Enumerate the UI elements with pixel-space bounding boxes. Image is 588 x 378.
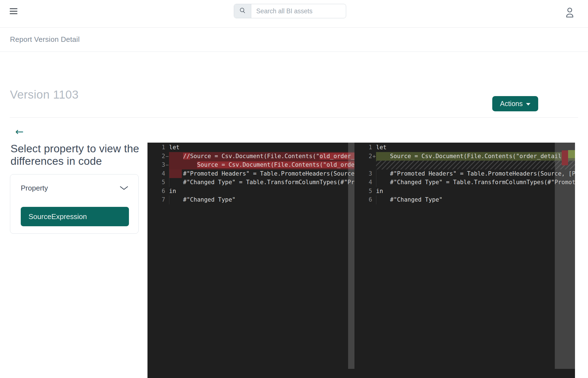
diff-sign [165, 187, 169, 196]
code-text: #"Promoted Headers" = Table.PromoteHeade… [169, 169, 354, 178]
line-number: 2 [147, 152, 165, 161]
code-text: #"Promoted Headers" = Table.PromoteHeade… [376, 169, 575, 178]
property-dropdown-label: Property [21, 184, 48, 192]
search-icon [239, 7, 246, 15]
search-input[interactable] [251, 4, 346, 18]
overview-ruler-removed-marker [562, 150, 568, 165]
code-line: 2+ Source = Csv.Document(File.Contents("… [354, 152, 575, 161]
divider [10, 117, 578, 118]
code-lines: 1let2+ Source = Csv.Document(File.Conten… [354, 143, 575, 204]
overview-ruler-added-marker [568, 150, 575, 158]
diff-sign: − [165, 152, 169, 161]
diff-sign [372, 196, 376, 204]
property-dropdown[interactable]: Property [10, 179, 138, 196]
chevron-down-icon [526, 103, 530, 106]
line-number: 4 [147, 169, 165, 178]
code-line: 3 #"Promoted Headers" = Table.PromoteHea… [354, 169, 575, 178]
line-number: 5 [147, 178, 165, 187]
property-sourceexpression-button[interactable]: SourceExpression [21, 207, 129, 226]
line-number: 3 [354, 169, 372, 178]
diff-original-editor[interactable]: 1let2− //Source = Csv.Document(File.Cont… [147, 143, 354, 378]
code-lines: 1let2− //Source = Csv.Document(File.Cont… [147, 143, 354, 204]
line-number: 2 [354, 152, 372, 161]
code-line: 4 #"Promoted Headers" = Table.PromoteHea… [147, 169, 354, 178]
line-number: 5 [354, 187, 372, 196]
diff-modified-editor[interactable]: 1let2+ Source = Csv.Document(File.Conten… [354, 143, 575, 378]
diff-sign [165, 178, 169, 187]
line-number: 7 [147, 196, 165, 204]
line-number: 1 [147, 143, 165, 152]
chevron-down-icon [120, 186, 128, 191]
property-selector-card: Property SourceExpression [10, 174, 139, 234]
code-text: #"Changed Type" [376, 196, 575, 204]
search-icon-button[interactable] [234, 4, 251, 18]
diff-sign [165, 143, 169, 152]
actions-button-label: Actions [500, 100, 523, 108]
code-line: 6in [147, 187, 354, 196]
breadcrumb-bar: Report Version Detail [0, 28, 588, 52]
global-search [234, 4, 346, 18]
code-text: in [376, 187, 575, 196]
diff-sign [372, 178, 376, 187]
code-line: 3− Source = Csv.Document(File.Contents("… [147, 161, 354, 169]
diff-sign: + [372, 152, 376, 161]
hamburger-menu-icon[interactable] [10, 8, 17, 15]
code-line: 1let [354, 143, 575, 152]
breadcrumb: Report Version Detail [10, 35, 80, 44]
line-number: 6 [147, 187, 165, 196]
property-selector-heading: Select property to view the differences … [11, 142, 144, 167]
code-text: #"Changed Type" [169, 196, 354, 204]
code-text: let [376, 143, 575, 152]
vertical-scrollbar-thumb[interactable] [555, 143, 575, 369]
back-button[interactable]: ← [15, 127, 24, 137]
code-text: let [169, 143, 354, 152]
code-line: 5 #"Changed Type" = Table.TransformColum… [147, 178, 354, 187]
code-line: 4 #"Changed Type" = Table.TransformColum… [354, 178, 575, 187]
diff-sign [372, 187, 376, 196]
line-number [354, 161, 372, 169]
code-text: //Source = Csv.Document(File.Contents("o… [169, 152, 354, 161]
line-number: 1 [354, 143, 372, 152]
diff-sign [165, 169, 169, 178]
user-profile-icon[interactable] [564, 6, 576, 19]
diff-filler-row [354, 161, 575, 169]
code-line: 7 #"Changed Type" [147, 196, 354, 204]
code-text: in [169, 187, 354, 196]
line-number: 3 [147, 161, 165, 169]
vertical-scrollbar-thumb[interactable] [348, 143, 354, 369]
diff-hatch-placeholder [376, 161, 575, 169]
diff-sign [372, 161, 376, 169]
code-text: #"Changed Type" = Table.TransformColumnT… [376, 178, 575, 187]
page-title: Version 1103 [10, 88, 79, 101]
code-line: 6 #"Changed Type" [354, 196, 575, 204]
code-line: 1let [147, 143, 354, 152]
code-line: 2− //Source = Csv.Document(File.Contents… [147, 152, 354, 161]
diff-sign [372, 143, 376, 152]
diff-sign [165, 196, 169, 204]
actions-button[interactable]: Actions [492, 96, 538, 111]
top-bar [0, 0, 588, 28]
diff-sign: − [165, 161, 169, 169]
code-line: 5in [354, 187, 575, 196]
line-number: 6 [354, 196, 372, 204]
code-text: Source = Csv.Document(File.Contents("ord… [376, 152, 575, 161]
diff-sign [372, 169, 376, 178]
line-number: 4 [354, 178, 372, 187]
code-text: Source = Csv.Document(File.Contents("old… [169, 161, 354, 169]
code-text: #"Changed Type" = Table.TransformColumnT… [169, 178, 354, 187]
